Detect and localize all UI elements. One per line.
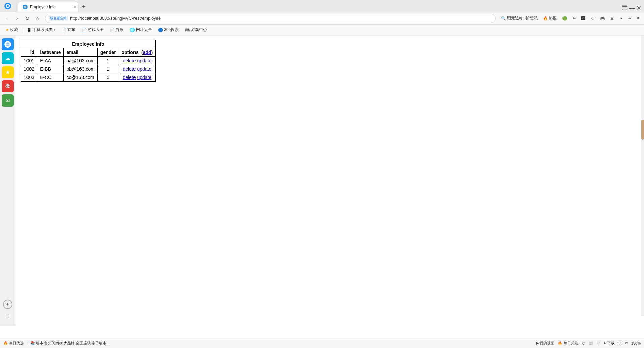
sidebar-icon-mail[interactable]: ✉ [2, 94, 14, 107]
sidebar-icon-star[interactable]: ★ [2, 66, 14, 78]
fire-icon: 🔥 [543, 16, 548, 21]
cell-options: delete update [119, 57, 156, 65]
bookmarks-bar: ★ 收藏 📱 手机收藏夹 ▾ 📄 京东 📄 游戏大全 📄 谷歌 🌐 网址大全 🔵… [0, 25, 644, 36]
download-icon: ⬇ [603, 341, 606, 345]
tool2-button[interactable]: 🅰 [579, 15, 587, 21]
status-right: ▶ 我的视频 🔥 每日关注 🛡 📰 ♡ ⬇ 下载 ⛶ ⧉ 130% [536, 341, 641, 346]
bookmark-games[interactable]: 📄 游戏大全 [79, 26, 106, 33]
sidebar: ☁ ★ 微 ✉ + ≡ [0, 36, 15, 326]
home-button[interactable]: ⌂ [33, 14, 42, 23]
browser-logo-icon [4, 2, 11, 10]
reading-badge[interactable]: 📚 绘本馆 知阅阅读 大品牌 全国连锁·亲子绘本... [30, 341, 109, 346]
address-bar[interactable]: 域名重定向 http://localhost:8080/springMVC-re… [45, 14, 496, 23]
shield-badge[interactable]: 🛡 [582, 341, 585, 345]
cell-lastname: E-BB [37, 65, 64, 73]
today-picks-badge[interactable]: 🔥 今日优选 [3, 341, 24, 346]
tab-bar: Employee Info × + 🗖 — ✕ [0, 0, 644, 12]
shield-button[interactable]: 🛡 [589, 15, 597, 21]
new-tab-button[interactable]: + [78, 2, 89, 12]
sidebar-icon-weibo[interactable]: 微 [2, 80, 14, 92]
update-link[interactable]: update [137, 66, 151, 72]
grid-button[interactable]: ⊞ [608, 15, 616, 21]
news-badge[interactable]: 📰 [589, 341, 593, 345]
sidebar-add-button[interactable]: + [3, 300, 12, 309]
fire2-icon: 🔥 [558, 341, 562, 345]
bookmark-label: 京东 [67, 27, 75, 33]
employee-table: Employee Info id lastName email gender o… [21, 40, 156, 82]
update-link[interactable]: update [137, 75, 151, 80]
nav-right-icons: 🔍 用无追app护隐私 🔥 热搜 🟢 ✂ 🅰 🛡 🎮 ⊞ ☀ ↩ ≡ [499, 15, 641, 22]
sidebar-icon-cloud[interactable]: ☁ [2, 52, 14, 64]
fullscreen-badge[interactable]: ⛶ [618, 341, 622, 345]
cell-lastname: E-CC [37, 73, 64, 82]
cell-lastname: E-AA [37, 57, 64, 65]
sidebar-menu-button[interactable]: ≡ [3, 311, 12, 321]
update-link[interactable]: update [137, 58, 151, 63]
fullscreen-icon: ⛶ [618, 341, 622, 345]
status-bar: 🔥 今日优选 | 📚 绘本馆 知阅阅读 大品牌 全国连锁·亲子绘本... ▶ 我… [0, 338, 644, 348]
back-button[interactable]: ‹ [3, 14, 11, 23]
cell-email: cc@163.com [64, 73, 97, 82]
cell-gender: 0 [97, 73, 119, 82]
doc-icon: 📄 [110, 28, 115, 32]
video-badge[interactable]: ▶ 我的视频 [536, 341, 554, 346]
book-icon: 📚 [30, 341, 35, 345]
download-badge[interactable]: ⬇ 下载 [603, 341, 615, 346]
menu-button[interactable]: ≡ [635, 15, 641, 21]
reload-button[interactable]: ↻ [23, 14, 32, 23]
cell-gender: 1 [97, 57, 119, 65]
bookmark-jd[interactable]: 📄 京东 [59, 26, 78, 33]
daily-badge[interactable]: 🔥 每日关注 [558, 341, 578, 346]
brightness-button[interactable]: ☀ [617, 15, 625, 21]
page-content: Employee Info id lastName email gender o… [15, 36, 644, 326]
search-button[interactable]: 🔍 用无追app护隐私 [499, 15, 540, 22]
cell-gender: 1 [97, 65, 119, 73]
video-label: 我的视频 [540, 341, 554, 346]
sidebar-icon-globe[interactable] [2, 38, 14, 50]
color-circle-button[interactable]: 🟢 [560, 15, 569, 21]
cloud-icon: ☁ [5, 55, 11, 62]
window-close-icon[interactable]: ✕ [636, 4, 641, 12]
col-header-id: id [21, 48, 37, 57]
tool1-button[interactable]: ✂ [571, 15, 578, 21]
fire-button[interactable]: 🔥 热搜 [541, 15, 559, 22]
heart-badge[interactable]: ♡ [597, 341, 600, 345]
color-icon: 🟢 [562, 16, 567, 21]
tab-close-button[interactable]: × [73, 5, 76, 9]
window-minimize-icon[interactable]: 🗖 [622, 5, 628, 12]
tab-title: Employee Info [30, 5, 56, 9]
mobile-icon: 📱 [26, 28, 32, 32]
add-employee-link[interactable]: add [143, 50, 151, 55]
table-title: Employee Info [21, 40, 156, 48]
zoom-level: 130% [631, 341, 641, 345]
heart-icon: ♡ [597, 341, 600, 345]
crop-badge[interactable]: ⧉ [625, 341, 628, 345]
bookmark-label: 360搜索 [164, 27, 179, 33]
undo-button[interactable]: ↩ [626, 15, 634, 21]
col-header-lastname: lastName [37, 48, 64, 57]
bookmark-google[interactable]: 📄 谷歌 [107, 26, 126, 33]
weibo-icon: 微 [5, 83, 10, 89]
bookmark-favorites[interactable]: ★ 收藏 [3, 26, 21, 33]
bookmark-360[interactable]: 🔵 360搜索 [155, 26, 181, 33]
delete-link[interactable]: delete [123, 75, 136, 80]
table-row: 1001E-AAaa@163.com1delete update [21, 57, 156, 65]
shield-icon: 🛡 [582, 341, 585, 345]
bookmark-label: 手机收藏夹 [33, 27, 53, 33]
forward-button[interactable]: › [13, 14, 21, 23]
table-row: 1003E-CCcc@163.com0delete update [21, 73, 156, 82]
delete-link[interactable]: delete [123, 58, 136, 63]
delete-link[interactable]: delete [123, 66, 136, 72]
active-tab[interactable]: Employee Info × [18, 2, 78, 12]
bookmark-mobile[interactable]: 📱 手机收藏夹 ▾ [24, 26, 58, 33]
game-button[interactable]: 🎮 [598, 15, 607, 21]
bookmark-nav[interactable]: 🌐 网址大全 [127, 26, 155, 33]
bookmark-gamecenter[interactable]: 🎮 游戏中心 [182, 26, 210, 33]
scrollbar-thumb[interactable] [641, 120, 644, 140]
domain-redirect-tag: 域名重定向 [49, 16, 68, 21]
window-restore-icon[interactable]: — [629, 5, 635, 12]
cell-email: aa@163.com [64, 57, 97, 65]
bookmark-label: 谷歌 [116, 27, 124, 33]
fire-label: 热搜 [549, 15, 557, 21]
address-text: http://localhost:8080/springMVC-rest/emp… [70, 16, 492, 21]
